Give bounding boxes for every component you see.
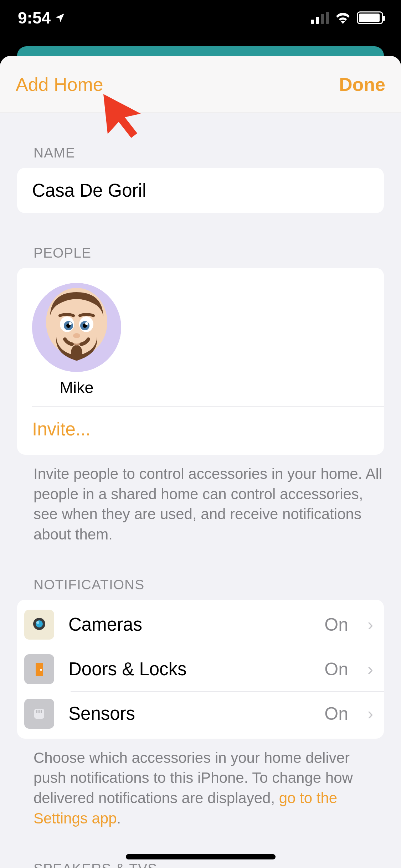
notifications-card: Cameras On › Doors & Locks On › <box>17 600 384 739</box>
wifi-icon <box>335 12 351 24</box>
doors-locks-label: Doors & Locks <box>68 658 310 680</box>
camera-icon <box>24 610 54 640</box>
svg-rect-20 <box>41 710 42 713</box>
notifications-footer-text: Choose which accessories in your home de… <box>0 739 401 829</box>
doors-locks-row[interactable]: Doors & Locks On › <box>17 647 384 691</box>
svg-rect-18 <box>36 710 37 713</box>
person-item[interactable]: Mike <box>32 283 121 397</box>
svg-point-10 <box>85 322 88 325</box>
svg-point-16 <box>40 669 42 671</box>
notifications-section-header: NOTIFICATIONS <box>0 545 401 600</box>
sensors-label: Sensors <box>68 703 310 724</box>
cameras-label: Cameras <box>68 614 310 635</box>
home-name-row[interactable]: Casa De Goril <box>17 168 384 213</box>
notifications-footer-suffix: . <box>117 810 121 827</box>
home-name-value: Casa De Goril <box>17 168 384 213</box>
chevron-right-icon: › <box>367 615 373 634</box>
svg-point-9 <box>69 322 72 325</box>
cameras-status: On <box>324 614 348 635</box>
sensors-status: On <box>324 703 348 724</box>
svg-point-2 <box>71 345 82 361</box>
add-home-button[interactable]: Add Home <box>16 74 103 95</box>
svg-point-11 <box>73 333 80 338</box>
home-indicator[interactable] <box>126 854 276 859</box>
people-section-header: PEOPLE <box>0 213 401 268</box>
status-bar: 9:54 <box>0 0 401 46</box>
svg-point-13 <box>36 620 43 627</box>
battery-icon <box>357 11 383 24</box>
name-section-header: NAME <box>0 113 401 168</box>
modal-sheet: Add Home Done NAME Casa De Goril PEOPLE <box>0 56 401 868</box>
cameras-row[interactable]: Cameras On › <box>17 603 384 647</box>
speakers-tvs-section-header: SPEAKERS & TVS <box>0 829 401 868</box>
navigation-bar: Add Home Done <box>0 56 401 113</box>
location-icon <box>54 12 66 24</box>
people-card: Mike Invite... <box>17 268 384 455</box>
svg-point-14 <box>36 621 39 624</box>
time-label: 9:54 <box>18 8 51 27</box>
door-icon <box>24 654 54 684</box>
doors-locks-status: On <box>324 659 348 680</box>
person-name: Mike <box>60 378 93 397</box>
avatar <box>32 283 121 372</box>
svg-rect-19 <box>38 710 40 713</box>
status-time: 9:54 <box>18 8 66 27</box>
status-indicators <box>311 11 383 24</box>
sensor-icon <box>24 699 54 729</box>
annotation-cursor-icon <box>100 91 150 140</box>
chevron-right-icon: › <box>367 704 373 723</box>
people-footer-text: Invite people to control accessories in … <box>0 455 401 545</box>
invite-button[interactable]: Invite... <box>17 407 384 440</box>
chevron-right-icon: › <box>367 659 373 679</box>
sensors-row[interactable]: Sensors On › <box>17 692 384 736</box>
cellular-signal-icon <box>311 12 329 24</box>
done-button[interactable]: Done <box>339 74 385 95</box>
